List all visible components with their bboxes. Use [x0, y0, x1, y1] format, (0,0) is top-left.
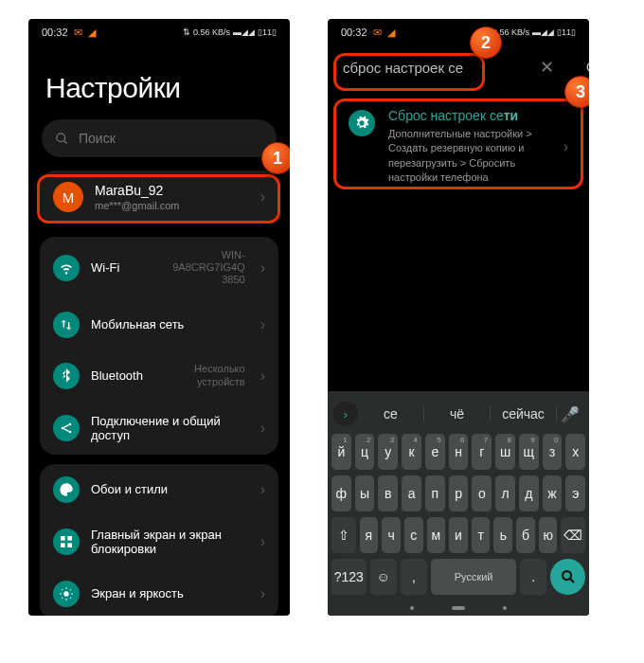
svg-line-11 — [570, 579, 574, 582]
kite-icon: ◢ — [387, 27, 395, 39]
signal-icon: ▬◢◢ — [233, 27, 255, 37]
svg-point-3 — [69, 422, 72, 425]
key-м[interactable]: м — [427, 517, 446, 553]
svg-point-2 — [62, 426, 64, 429]
numeric-key[interactable]: ?123 — [331, 559, 367, 595]
account-name: MaraBu_92 — [95, 183, 249, 198]
badge-1: 1 — [261, 142, 290, 174]
key-ш[interactable]: ш8 — [495, 434, 515, 470]
comma-key[interactable]: , — [401, 559, 427, 595]
clear-icon[interactable]: ✕ — [532, 53, 562, 81]
period-key[interactable]: . — [520, 559, 546, 595]
key-н[interactable]: н6 — [449, 434, 469, 470]
key-р[interactable]: р — [449, 475, 469, 511]
key-ь[interactable]: ь — [493, 517, 512, 553]
space-key[interactable]: Русский — [431, 559, 516, 595]
phone-settings: 00:32✉◢ ⇅0.56 KB/s▬◢◢▯11▯ Настройки 1 M … — [28, 19, 290, 616]
account-row[interactable]: M MaraBu_92 me***@gmail.com › — [40, 170, 278, 224]
svg-point-0 — [57, 133, 65, 141]
result-title: Сброс настроек сети — [388, 108, 550, 123]
key-row-bottom: ?123 ☺ , Русский . — [328, 556, 589, 602]
gear-icon — [349, 110, 375, 136]
key-э[interactable]: э — [565, 475, 585, 511]
svg-rect-7 — [61, 543, 65, 547]
badge-3: 3 — [564, 76, 589, 108]
svg-rect-8 — [67, 543, 72, 547]
key-ю[interactable]: ю — [539, 517, 558, 553]
battery: ▯11▯ — [258, 27, 277, 37]
row-label: Подключение и общий доступ — [91, 414, 249, 442]
row-label: Bluetooth — [91, 368, 149, 383]
suggestion[interactable]: се — [358, 406, 424, 421]
key-а[interactable]: а — [402, 475, 421, 511]
chevron-right-icon: › — [260, 188, 265, 206]
net-icon: ⇅ — [183, 27, 190, 37]
search-icon — [55, 132, 69, 146]
battery: ▯11▯ — [557, 27, 576, 37]
row-label: Главный экран и экран блокировки — [91, 528, 249, 556]
key-ф[interactable]: ф — [331, 475, 351, 511]
shift-key[interactable]: ⇧ — [331, 517, 356, 553]
key-г[interactable]: г7 — [472, 434, 492, 470]
row-brightness[interactable]: Экран и яркость › — [40, 568, 278, 616]
key-ж[interactable]: ж — [543, 475, 563, 511]
wifi-icon — [53, 255, 80, 281]
key-о[interactable]: о — [472, 475, 492, 511]
row-wifi[interactable]: Wi-Fi WIN-9A8CRG7IG4Q 3850 › — [40, 237, 278, 299]
result-path: Дополнительные настройки > Создать резер… — [388, 127, 549, 186]
key-у[interactable]: у3 — [378, 434, 398, 470]
emoji-key[interactable]: ☺ — [370, 559, 397, 595]
group-connectivity: Wi-Fi WIN-9A8CRG7IG4Q 3850 › Мобильная с… — [40, 237, 278, 455]
page-title: Настройки — [28, 45, 290, 119]
suggestion[interactable]: сейчас — [491, 406, 557, 421]
key-ц[interactable]: ц2 — [355, 434, 375, 470]
key-л[interactable]: л — [495, 475, 515, 511]
key-я[interactable]: я — [360, 517, 379, 553]
key-с[interactable]: с — [404, 517, 423, 553]
search-input[interactable] — [79, 131, 263, 146]
search-key[interactable] — [550, 559, 585, 595]
key-щ[interactable]: щ9 — [519, 434, 539, 470]
mic-icon[interactable]: 🎤 — [557, 405, 583, 423]
row-mobile[interactable]: Мобильная сеть › — [40, 299, 278, 350]
key-ы[interactable]: ы — [355, 475, 375, 511]
key-з[interactable]: з0 — [543, 434, 563, 470]
svg-rect-5 — [61, 536, 65, 541]
row-wallpaper[interactable]: Обои и стили › — [40, 464, 278, 515]
mobile-data-icon — [53, 312, 80, 338]
key-д[interactable]: д — [519, 475, 539, 511]
key-б[interactable]: б — [516, 517, 535, 553]
svg-point-10 — [563, 571, 571, 580]
row-tether[interactable]: Подключение и общий доступ › — [40, 402, 278, 455]
search-result[interactable]: Сброс настроек сети Дополнительные настр… — [341, 99, 576, 195]
row-bluetooth[interactable]: Bluetooth Несколько устройств › — [40, 350, 278, 402]
search-header: ✕ Отмена — [328, 45, 589, 89]
key-row-2: фывапролджэ — [328, 473, 589, 514]
key-к[interactable]: к4 — [402, 434, 421, 470]
status-time: 00:32 — [341, 27, 367, 38]
suggestion[interactable]: чё — [424, 406, 491, 421]
key-и[interactable]: и — [449, 517, 468, 553]
expand-icon[interactable]: › — [333, 402, 358, 426]
key-й[interactable]: й1 — [331, 434, 351, 470]
chevron-right-icon: › — [564, 138, 568, 155]
search-input[interactable] — [343, 60, 523, 76]
chevron-right-icon: › — [260, 481, 265, 498]
row-home[interactable]: Главный экран и экран блокировки › — [40, 515, 278, 568]
key-х[interactable]: х — [565, 434, 585, 470]
key-в[interactable]: в — [378, 475, 398, 511]
speed: 0.56 KB/s — [193, 27, 230, 37]
palette-icon — [53, 476, 80, 503]
key-row-1: й1ц2у3к4е5н6г7ш8щ9з0х — [328, 431, 589, 473]
key-п[interactable]: п — [425, 475, 445, 511]
signal-icon: ▬◢◢ — [532, 27, 554, 37]
msg-icon: ✉ — [373, 27, 382, 39]
key-ч[interactable]: ч — [382, 517, 401, 553]
badge-2: 2 — [470, 27, 502, 59]
svg-point-9 — [63, 591, 68, 596]
backspace-key[interactable]: ⌫ — [561, 517, 585, 553]
key-т[interactable]: т — [472, 517, 491, 553]
key-е[interactable]: е5 — [425, 434, 445, 470]
search-box[interactable] — [42, 119, 277, 157]
status-time: 00:32 — [42, 27, 68, 38]
